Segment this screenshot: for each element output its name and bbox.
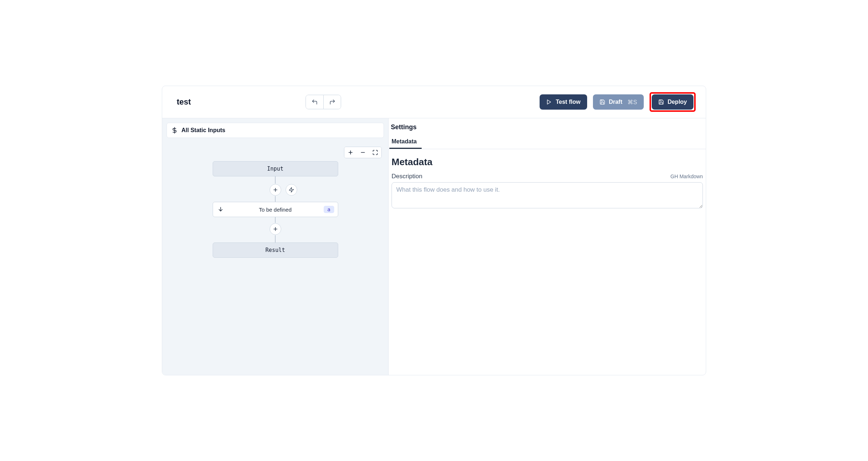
zoom-in-button[interactable] xyxy=(344,147,357,158)
plus-icon xyxy=(348,150,353,155)
zoom-out-button[interactable] xyxy=(357,147,369,158)
play-icon xyxy=(546,99,552,105)
draft-button[interactable]: Draft ⌘S xyxy=(593,94,644,110)
description-label: Description xyxy=(392,173,422,180)
node-input-label: Input xyxy=(267,166,283,172)
tab-metadata[interactable]: Metadata xyxy=(389,136,422,149)
flow-canvas-panel: All Static Inputs xyxy=(162,118,389,375)
description-textarea[interactable] xyxy=(392,182,703,208)
fit-view-button[interactable] xyxy=(369,147,381,158)
trigger-options-button[interactable] xyxy=(286,184,297,196)
app-window: test Test flow Draft xyxy=(162,86,706,375)
add-row-1 xyxy=(213,184,338,196)
node-step-tag: a xyxy=(324,206,334,213)
panel-heading: Metadata xyxy=(392,156,703,168)
description-label-row: Description GH Markdown xyxy=(392,173,703,180)
deploy-highlight: Deploy xyxy=(650,92,696,112)
zoom-controls xyxy=(344,147,382,158)
minus-icon xyxy=(360,150,366,155)
add-icon xyxy=(272,226,279,232)
test-flow-label: Test flow xyxy=(556,99,580,105)
node-result-label: Result xyxy=(265,247,285,253)
settings-title: Settings xyxy=(389,123,706,136)
node-input[interactable]: Input xyxy=(213,161,338,176)
page-title: test xyxy=(177,97,191,107)
undo-icon xyxy=(311,99,318,105)
undo-redo-group xyxy=(306,95,341,109)
settings-panel: Settings Metadata Metadata Description G… xyxy=(389,118,706,375)
static-inputs-label: All Static Inputs xyxy=(181,127,225,134)
connector xyxy=(275,217,275,223)
node-result[interactable]: Result xyxy=(213,242,338,258)
redo-button[interactable] xyxy=(323,95,341,109)
svg-marker-0 xyxy=(548,100,551,104)
settings-tabs: Metadata xyxy=(389,136,706,149)
settings-body: Metadata Description GH Markdown xyxy=(389,149,706,210)
connector xyxy=(275,196,275,202)
body: All Static Inputs xyxy=(162,118,706,375)
save-icon xyxy=(599,99,605,105)
undo-button[interactable] xyxy=(306,95,323,109)
dollar-icon xyxy=(171,127,178,134)
add-step-button[interactable] xyxy=(270,223,281,235)
tab-metadata-label: Metadata xyxy=(392,138,417,144)
deploy-button[interactable]: Deploy xyxy=(652,94,693,110)
test-flow-button[interactable]: Test flow xyxy=(540,94,587,110)
svg-marker-7 xyxy=(289,187,294,192)
deploy-label: Deploy xyxy=(668,99,687,105)
add-row-2 xyxy=(213,223,338,235)
header: test Test flow Draft xyxy=(162,86,706,118)
save-icon xyxy=(658,99,664,105)
settings-header: Settings Metadata xyxy=(389,118,706,149)
flow-canvas[interactable]: Input xyxy=(162,143,388,375)
connector xyxy=(275,235,275,242)
description-hint: GH Markdown xyxy=(671,174,703,179)
add-step-button[interactable] xyxy=(270,184,281,196)
bolt-icon xyxy=(288,187,294,193)
add-icon xyxy=(272,187,279,193)
node-step-label: To be defined xyxy=(259,207,291,213)
draft-label: Draft xyxy=(609,99,622,105)
fullscreen-icon xyxy=(372,150,378,155)
redo-icon xyxy=(329,99,336,105)
flow-graph: Input xyxy=(213,161,338,258)
node-step[interactable]: To be defined a xyxy=(213,202,338,217)
draft-shortcut: ⌘S xyxy=(627,99,637,106)
connector xyxy=(275,176,275,184)
all-static-inputs-button[interactable]: All Static Inputs xyxy=(167,123,384,138)
arrow-down-into-icon xyxy=(217,206,224,213)
